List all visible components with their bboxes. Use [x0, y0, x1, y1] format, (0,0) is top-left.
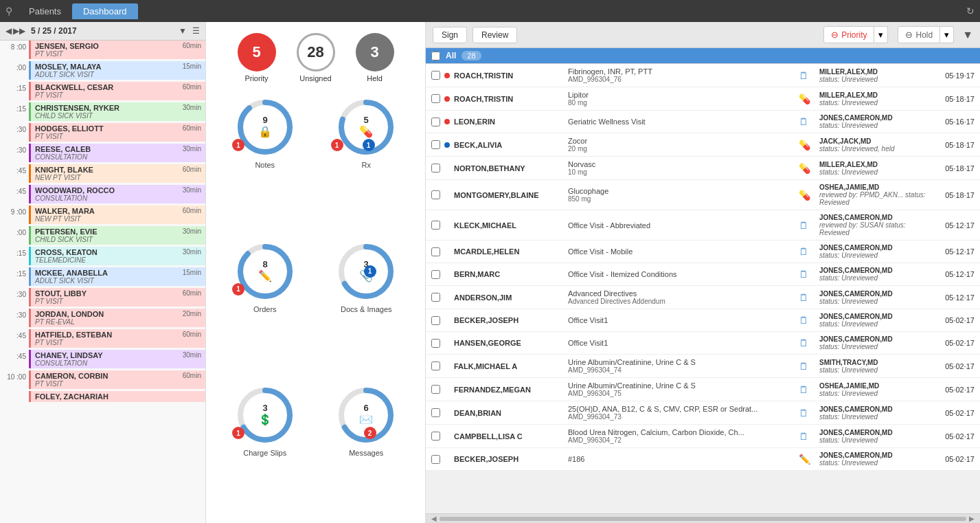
table-row[interactable]: ANDERSON,JIMAdvanced DirectivesAdvanced …: [426, 286, 980, 309]
table-row[interactable]: BECKER,JOSEPHOffice Visit1🗒JONES,CAMERON…: [426, 309, 980, 332]
select-all-checkbox[interactable]: [431, 52, 440, 60]
priority-dropdown[interactable]: ▾: [874, 26, 888, 43]
row-checkbox[interactable]: [431, 432, 440, 441]
review-button[interactable]: Review: [472, 27, 517, 43]
refresh-icon[interactable]: ↻: [966, 5, 975, 16]
appointment-card[interactable]: CROSS, KEATONTELEMEDICINE30min: [29, 247, 205, 265]
time-slot: :15MCKEE, ANABELLAADULT SICK VISIT15min: [0, 267, 205, 288]
row-checkbox[interactable]: [431, 293, 440, 302]
row-checkbox[interactable]: [431, 190, 440, 199]
visit-type: PT VISIT: [35, 298, 87, 305]
row-checkbox[interactable]: [431, 164, 440, 173]
table-row[interactable]: CAMPBELL,LISA CBlood Urea Nitrogen, Calc…: [426, 425, 980, 448]
table-row[interactable]: HANSEN,GEORGEOffice Visit1🗒JONES,CAMERON…: [426, 332, 980, 355]
scroll-right-arrow[interactable]: ▶: [969, 515, 975, 522]
appointment-card[interactable]: MCKEE, ANABELLAADULT SICK VISIT15min: [29, 267, 205, 286]
schedule-filter-icon[interactable]: ▼: [179, 26, 187, 36]
provider-cell: JACK,JACK,MDstatus: Unreviewed, held: [819, 137, 929, 153]
table-row[interactable]: FALK,MICHAEL AUrine Albumin/Creatinine, …: [426, 355, 980, 378]
scroll-left-arrow[interactable]: ◀: [431, 515, 437, 522]
donut-orders[interactable]: 8✏️1Orders: [220, 241, 310, 374]
hold-btn-group[interactable]: ⊖ Hold ▾: [898, 26, 954, 43]
row-checkbox[interactable]: [431, 361, 440, 370]
table-row[interactable]: BECKER,JOSEPH#186✏️JONES,CAMERON,MDstatu…: [426, 448, 980, 471]
all-tab[interactable]: All: [446, 51, 456, 60]
donut-messages[interactable]: 6✉️2Messages: [321, 384, 412, 518]
date-cell: 05∙18∙17: [933, 191, 975, 199]
row-checkbox[interactable]: [431, 385, 440, 394]
table-row[interactable]: LEON,ERINGeriatric Wellness Visit🗒JONES,…: [426, 111, 980, 133]
row-checkbox[interactable]: [431, 221, 440, 230]
provider-cell: JONES,CAMERON,MDstatus: Unreviewed: [819, 313, 929, 328]
table-row[interactable]: NORTON,BETHANYNorvasc10 mg💊MILLER,ALEX,M…: [426, 157, 980, 180]
row-checkbox[interactable]: [431, 94, 440, 103]
schedule-view-icon[interactable]: ☰: [192, 26, 200, 36]
search-icon[interactable]: ⚲: [5, 5, 12, 16]
provider-name: JONES,CAMERON,MD: [819, 290, 929, 298]
table-row[interactable]: BECK,ALIVIAZocor20 mg💊JACK,JACK,MDstatus…: [426, 133, 980, 157]
unsigned-summary[interactable]: 28 Unsigned: [297, 33, 335, 82]
table-row[interactable]: MCARDLE,HELENOffice Visit - Mobile🗒JONES…: [426, 241, 980, 263]
tab-patients[interactable]: Patients: [18, 3, 72, 19]
appointment-card[interactable]: JENSEN, SERGIOPT VISIT60min: [29, 41, 205, 59]
visit-type: NEW PT VISIT: [35, 215, 95, 223]
horizontal-scrollbar[interactable]: ◀ ▶: [426, 513, 980, 523]
appointment-card[interactable]: PETERSEN, EVIECHILD SICK VISIT30min: [29, 226, 205, 245]
row-checkbox[interactable]: [431, 140, 440, 149]
appointment-card[interactable]: MOSLEY, MALAYAADULT SICK VISIT15min: [29, 61, 205, 80]
appointment-card[interactable]: STOUT, LIBBYPT VISIT60min: [29, 288, 205, 307]
hold-button[interactable]: ⊖ Hold: [898, 26, 940, 43]
appointment-card[interactable]: FOLEY, ZACHARIAH: [29, 391, 205, 402]
table-row[interactable]: MONTGOMERY,BLAINEGlucophage850 mg💊OSHEA,…: [426, 180, 980, 210]
provider-status: status: Unreviewed: [819, 274, 929, 282]
date-nav-arrows[interactable]: ◀ ▶▶: [5, 26, 25, 36]
row-checkbox[interactable]: [431, 71, 440, 80]
description-cell: Norvasc10 mg: [568, 160, 795, 176]
appointment-card[interactable]: BLACKWELL, CESARPT VISIT60min: [29, 82, 205, 100]
priority-summary[interactable]: 5 Priority: [238, 33, 276, 82]
time-label: :45: [0, 164, 29, 185]
appointment-card[interactable]: CAMERON, CORBINPT VISIT60min: [29, 370, 205, 389]
held-summary[interactable]: 3 Held: [356, 33, 394, 82]
appointment-card[interactable]: KNIGHT, BLAKENEW PT VISIT60min: [29, 164, 205, 183]
appointment-card[interactable]: HATFIELD, ESTEBANPT VISIT60min: [29, 329, 205, 348]
row-type-icon: 🗒: [799, 384, 815, 395]
table-row[interactable]: BERN,MARCOffice Visit - Itemized Conditi…: [426, 263, 980, 286]
donut-rx[interactable]: 5💊11Rx: [321, 96, 412, 230]
prev-arrow[interactable]: ◀: [5, 26, 12, 36]
right-filter-icon[interactable]: ▼: [962, 29, 973, 41]
table-row[interactable]: ROACH,TRISTINFibrinogen, INR, PT, PTTAMD…: [426, 64, 980, 87]
appointment-card[interactable]: WALKER, MARANEW PT VISIT60min: [29, 205, 205, 224]
visit-type: NEW PT VISIT: [35, 174, 93, 181]
appointment-card[interactable]: JORDAN, LONDONPT RE-EVAL20min: [29, 309, 205, 327]
priority-btn-group[interactable]: ⊖ Priority ▾: [823, 26, 888, 43]
row-checkbox[interactable]: [431, 316, 440, 325]
table-row[interactable]: ROACH,TRISTINLipitor80 mg💊MILLER,ALEX,MD…: [426, 87, 980, 111]
table-row[interactable]: KLECK,MICHAELOffice Visit - Abbreviated🗒…: [426, 210, 980, 241]
next-arrow[interactable]: ▶▶: [13, 26, 25, 36]
appointment-card[interactable]: HODGES, ELLIOTTPT VISIT60min: [29, 123, 205, 142]
priority-button[interactable]: ⊖ Priority: [823, 26, 874, 43]
sign-button[interactable]: Sign: [433, 27, 467, 43]
row-checkbox[interactable]: [431, 455, 440, 464]
row-checkbox[interactable]: [431, 247, 440, 256]
priority-dot: [444, 271, 450, 277]
appointment-card[interactable]: CHRISTENSEN, RYKERCHILD SICK VISIT30min: [29, 102, 205, 121]
donut-docs---images[interactable]: 3📎1Docs & Images: [321, 241, 412, 374]
appointment-card[interactable]: CHANEY, LINDSAYCONSULTATION30min: [29, 350, 205, 368]
row-type-icon: 💊: [799, 93, 815, 104]
right-panel: Sign Review ⊖ Priority ▾ ⊖ Hold ▾ ▼: [426, 22, 980, 523]
table-row[interactable]: DEAN,BRIAN25(OH)D, ANA, B12, C & S, CMV,…: [426, 401, 980, 425]
donut-label: Messages: [349, 449, 383, 457]
row-checkbox[interactable]: [431, 408, 440, 417]
row-checkbox[interactable]: [431, 270, 440, 279]
donut-notes[interactable]: 9🔒1Notes: [220, 96, 310, 230]
row-checkbox[interactable]: [431, 118, 440, 126]
tab-dashboard[interactable]: Dashboard: [72, 3, 138, 19]
donut-charge-slips[interactable]: 3💲1Charge Slips: [220, 384, 310, 518]
hold-dropdown[interactable]: ▾: [940, 26, 954, 43]
appointment-card[interactable]: WOODWARD, ROCCOCONSULTATION30min: [29, 185, 205, 203]
row-checkbox[interactable]: [431, 339, 440, 348]
appointment-card[interactable]: REESE, CALEBCONSULTATION30min: [29, 144, 205, 162]
table-row[interactable]: FERNANDEZ,MEGANUrine Albumin/Creatinine,…: [426, 378, 980, 401]
